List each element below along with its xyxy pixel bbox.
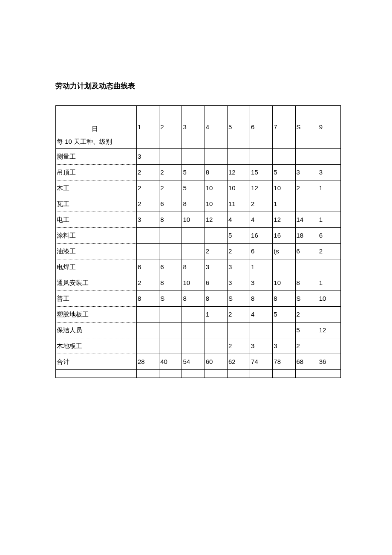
row-label: 吊顶工 xyxy=(57,167,76,177)
cell: 68 xyxy=(297,357,304,367)
cell: 78 xyxy=(274,357,281,367)
cell: 54 xyxy=(183,357,190,367)
cell: 5 xyxy=(274,167,277,177)
cell: 2 xyxy=(228,341,232,351)
row-label: 电焊工 xyxy=(57,262,76,272)
cell: 3 xyxy=(251,278,254,288)
cell: 5 xyxy=(183,183,186,193)
cell: 2 xyxy=(319,246,323,256)
header-col: 2 xyxy=(159,106,182,149)
cell: 1 xyxy=(274,199,277,209)
cell: 3 xyxy=(138,151,141,162)
table-header-row: 日 每 10 天工种、级别 1 2 3 4 5 6 7 S 9 xyxy=(56,106,341,149)
cell: 3 xyxy=(138,215,141,225)
cell: 10 xyxy=(274,278,281,288)
document-page: 劳动力计划及动态曲线表 日 每 10 天工种、级别 1 2 3 4 5 6 7 … xyxy=(0,0,392,555)
cell: 8 xyxy=(183,262,186,272)
cell: 8 xyxy=(206,293,209,304)
cell: 2 xyxy=(228,246,232,256)
cell: 3 xyxy=(251,341,254,351)
cell: 10 xyxy=(274,183,281,193)
table-row: 电焊工 6 6 8 3 3 1 xyxy=(56,259,341,275)
row-label: 瓦工 xyxy=(57,199,69,209)
cell: 5 xyxy=(183,167,186,177)
cell: 16 xyxy=(251,230,258,241)
cell: 3 xyxy=(297,167,300,177)
cell: 3 xyxy=(319,167,323,177)
cell: 3 xyxy=(228,278,232,288)
header-col: S xyxy=(295,106,318,149)
cell: 5 xyxy=(297,325,300,335)
cell: 2 xyxy=(251,199,254,209)
row-label: 合计 xyxy=(57,357,69,367)
header-col: 1 xyxy=(137,106,159,149)
header-sub-label: 每 10 天工种、级别 xyxy=(57,137,112,147)
cell: 1 xyxy=(319,183,323,193)
cell: 11 xyxy=(228,199,236,209)
row-label: 普工 xyxy=(57,293,69,304)
cell: 10 xyxy=(319,293,326,304)
cell: 3 xyxy=(206,262,209,272)
table-row: 通风安装工 2 8 10 6 3 3 10 8 1 xyxy=(56,275,341,291)
cell: 1 xyxy=(319,215,323,225)
cell: 74 xyxy=(251,357,258,367)
row-label: 油漆工 xyxy=(57,246,76,256)
cell: 6 xyxy=(138,262,141,272)
cell: 16 xyxy=(274,230,281,241)
cell: 2 xyxy=(138,278,141,288)
cell: 8 xyxy=(297,278,300,288)
row-label: 木地板工 xyxy=(57,341,82,351)
cell: 15 xyxy=(251,167,258,177)
row-label: 通风安装工 xyxy=(57,278,89,288)
cell: 8 xyxy=(183,199,186,209)
cell: 2 xyxy=(138,183,141,193)
cell: 2 xyxy=(138,199,141,209)
cell: S xyxy=(228,293,233,304)
cell: 12 xyxy=(206,215,213,225)
header-col: 4 xyxy=(205,106,227,149)
cell: 4 xyxy=(251,309,254,320)
cell: 2 xyxy=(206,246,209,256)
cell: 8 xyxy=(160,278,164,288)
cell: 12 xyxy=(251,183,258,193)
table-row: 涂料工 5 16 16 18 6 xyxy=(56,228,341,244)
cell: 10 xyxy=(206,199,213,209)
cell: 8 xyxy=(206,167,209,177)
table-spacer-row xyxy=(56,370,341,378)
labor-table: 日 每 10 天工种、级别 1 2 3 4 5 6 7 S 9 测量工 3 xyxy=(55,105,341,378)
cell: 3 xyxy=(274,341,277,351)
table-row-total: 合计 28 40 54 60 62 74 78 68 36 xyxy=(56,354,341,370)
cell: 6 xyxy=(319,230,323,241)
cell: 2 xyxy=(160,167,164,177)
cell: 3 xyxy=(228,262,232,272)
table-row: 电工 3 8 10 12 4 4 12 14 1 xyxy=(56,212,341,228)
header-col: 3 xyxy=(182,106,205,149)
header-col: 7 xyxy=(273,106,295,149)
cell: 14 xyxy=(297,215,304,225)
row-label: 木工 xyxy=(57,183,69,193)
cell: 6 xyxy=(160,199,164,209)
table-row: 吊顶工 2 2 5 8 12 15 5 3 3 xyxy=(56,165,341,180)
cell: 2 xyxy=(228,309,232,320)
table-row: 瓦工 2 6 8 10 11 2 1 xyxy=(56,196,341,212)
cell: 2 xyxy=(297,183,300,193)
cell: S xyxy=(297,293,301,304)
table-row: 塑胶地板工 1 2 4 5 2 xyxy=(56,307,341,323)
cell: 1 xyxy=(319,278,323,288)
cell: 2 xyxy=(160,183,164,193)
cell: 6 xyxy=(297,246,300,256)
table-row: 保洁人员 5 12 xyxy=(56,323,341,338)
cell: 12 xyxy=(319,325,326,335)
cell: 36 xyxy=(319,357,326,367)
cell: 10 xyxy=(206,183,213,193)
cell: 10 xyxy=(183,215,190,225)
table-row: 木地板工 2 3 3 2 xyxy=(56,338,341,354)
cell: 62 xyxy=(228,357,236,367)
cell: (s xyxy=(274,246,279,256)
cell: 5 xyxy=(228,230,232,241)
cell: S xyxy=(160,293,164,304)
cell: 5 xyxy=(274,309,277,320)
page-title: 劳动力计划及动态曲线表 xyxy=(55,81,341,91)
cell: 8 xyxy=(138,293,141,304)
header-col: 6 xyxy=(250,106,273,149)
